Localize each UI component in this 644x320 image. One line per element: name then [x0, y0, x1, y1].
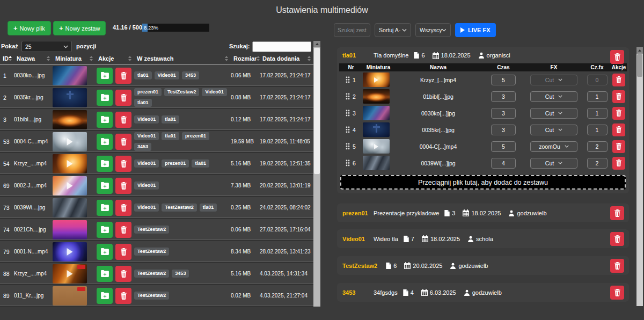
- delete-item-button[interactable]: [612, 107, 625, 120]
- column-header-name[interactable]: Nazwa: [394, 64, 482, 70]
- add-to-set-button[interactable]: [97, 266, 113, 282]
- delete-file-button[interactable]: [115, 266, 131, 282]
- sets-panel-scrollbar[interactable]: [636, 47, 643, 306]
- delete-set-button[interactable]: [610, 232, 624, 246]
- fx-select[interactable]: Cut: [530, 75, 577, 85]
- czfx-input[interactable]: [587, 91, 608, 102]
- set-card[interactable]: Video01 Wideo tla 7 18.02.2025 schola: [337, 229, 629, 248]
- fx-select[interactable]: Cut: [530, 125, 577, 135]
- drag-handle-icon[interactable]: [346, 159, 350, 166]
- scrollbar-thumb[interactable]: [637, 54, 642, 77]
- fx-select[interactable]: zoomOu: [530, 141, 577, 152]
- delete-item-button[interactable]: [612, 123, 625, 136]
- scrollbar-thumb[interactable]: [314, 48, 320, 174]
- delete-item-button[interactable]: [612, 157, 625, 170]
- czas-input[interactable]: [491, 125, 516, 135]
- czas-input[interactable]: [491, 75, 516, 85]
- set-card[interactable]: TestZestaw2 6 20.02.2025 godzuwielb: [337, 256, 629, 275]
- folder-plus-icon: [101, 182, 109, 189]
- czas-input[interactable]: [491, 141, 516, 152]
- live-fx-button[interactable]: LIVE FX: [455, 23, 496, 37]
- sets-search-input[interactable]: [334, 23, 370, 37]
- czfx-input[interactable]: [587, 125, 608, 135]
- add-to-set-button[interactable]: [97, 112, 113, 128]
- files-table-scrollbar[interactable]: [313, 41, 320, 307]
- add-to-set-button[interactable]: [97, 178, 113, 194]
- delete-file-button[interactable]: [115, 288, 131, 304]
- delete-set-button[interactable]: [610, 286, 624, 300]
- czas-input[interactable]: [491, 158, 516, 169]
- column-header-size[interactable]: Rozmiar: [231, 53, 260, 64]
- delete-file-button[interactable]: [115, 222, 131, 238]
- new-set-button[interactable]: + Nowy zestaw: [53, 21, 106, 35]
- delete-item-button[interactable]: [612, 140, 625, 153]
- add-to-set-button[interactable]: [97, 288, 113, 304]
- file-size: 0.08 MB: [231, 94, 260, 100]
- set-header[interactable]: tla01 Tla domyślne 6 18.02.2025 organisc…: [337, 47, 629, 63]
- drag-handle-icon[interactable]: [346, 76, 350, 83]
- drag-handle-icon[interactable]: [346, 143, 350, 150]
- column-header-sets[interactable]: W zestawach: [134, 53, 231, 64]
- person-icon: [467, 236, 474, 242]
- delete-file-button[interactable]: [115, 90, 131, 106]
- column-header-date[interactable]: Data dodania: [260, 53, 313, 64]
- show-entries-select[interactable]: 25: [21, 41, 72, 52]
- delete-file-button[interactable]: [115, 244, 131, 260]
- drag-handle-icon[interactable]: [346, 110, 350, 117]
- fx-select[interactable]: Cut: [530, 158, 577, 169]
- column-header-actions[interactable]: Akcje: [611, 64, 627, 70]
- column-header-nr[interactable]: Nr: [339, 64, 363, 70]
- chevron-down-icon: [558, 162, 562, 164]
- new-file-button[interactable]: + Nowy plik: [8, 21, 51, 35]
- delete-set-button[interactable]: [610, 50, 624, 64]
- add-to-set-button[interactable]: [97, 134, 113, 150]
- delete-file-button[interactable]: [115, 156, 131, 172]
- column-header-time[interactable]: Czas: [482, 64, 524, 70]
- czfx-input[interactable]: [587, 75, 608, 85]
- delete-file-button[interactable]: [115, 134, 131, 150]
- scroll-up-icon[interactable]: [313, 41, 320, 47]
- add-to-set-button[interactable]: [97, 222, 113, 238]
- owner-filter-select[interactable]: Wszyscy: [415, 23, 451, 37]
- czfx-input[interactable]: [587, 108, 608, 119]
- set-card[interactable]: prezen01 Prezentacje przykladowe 3 18.02…: [337, 203, 629, 222]
- czas-input[interactable]: [491, 91, 516, 102]
- set-date: 18.02.2025: [430, 236, 460, 242]
- file-dropzone[interactable]: Przeciągnij plik tutaj, aby dodać do zes…: [340, 175, 626, 190]
- delete-file-button[interactable]: [115, 200, 131, 216]
- item-number: 3: [353, 110, 356, 117]
- drag-handle-icon[interactable]: [346, 93, 350, 100]
- delete-item-button[interactable]: [612, 90, 625, 103]
- column-header-name[interactable]: Nazwa: [14, 53, 53, 64]
- set-card[interactable]: 3453 34fgsdgs 4 6.03.2025 godzuwielb: [337, 283, 629, 302]
- column-header-actions[interactable]: Akcje: [96, 53, 134, 64]
- delete-file-button[interactable]: [115, 112, 131, 128]
- delete-set-button[interactable]: [610, 259, 624, 273]
- add-to-set-button[interactable]: [97, 244, 113, 260]
- add-to-set-button[interactable]: [97, 68, 113, 84]
- sort-select[interactable]: Sortuj A-: [375, 23, 411, 37]
- file-id: 79: [0, 249, 14, 255]
- delete-item-button[interactable]: [612, 74, 625, 86]
- set-card-expanded: tla01 Tla domyślne 6 18.02.2025 organisc…: [337, 47, 629, 193]
- add-to-set-button[interactable]: [97, 90, 113, 106]
- column-header-thumbnail[interactable]: Miniatura: [363, 64, 394, 70]
- fx-select[interactable]: Cut: [530, 108, 577, 119]
- czfx-input[interactable]: [587, 158, 608, 169]
- fx-select[interactable]: Cut: [530, 91, 577, 102]
- add-to-set-button[interactable]: [97, 200, 113, 216]
- add-to-set-button[interactable]: [97, 156, 113, 172]
- czfx-input[interactable]: [587, 141, 608, 152]
- delete-file-button[interactable]: [115, 68, 131, 84]
- scroll-up-icon[interactable]: [636, 47, 643, 54]
- czas-input[interactable]: [491, 108, 516, 119]
- file-thumbnail: [53, 110, 87, 129]
- drag-handle-icon[interactable]: [346, 126, 350, 133]
- column-header-thumbnail[interactable]: Miniatura: [53, 53, 96, 64]
- delete-file-button[interactable]: [115, 178, 131, 194]
- files-search-input[interactable]: [252, 41, 311, 52]
- column-header-fxtime[interactable]: Cz.fx: [583, 64, 611, 70]
- column-header-fx[interactable]: FX: [524, 64, 583, 70]
- column-header-id[interactable]: ID: [0, 53, 14, 64]
- delete-set-button[interactable]: [610, 206, 624, 220]
